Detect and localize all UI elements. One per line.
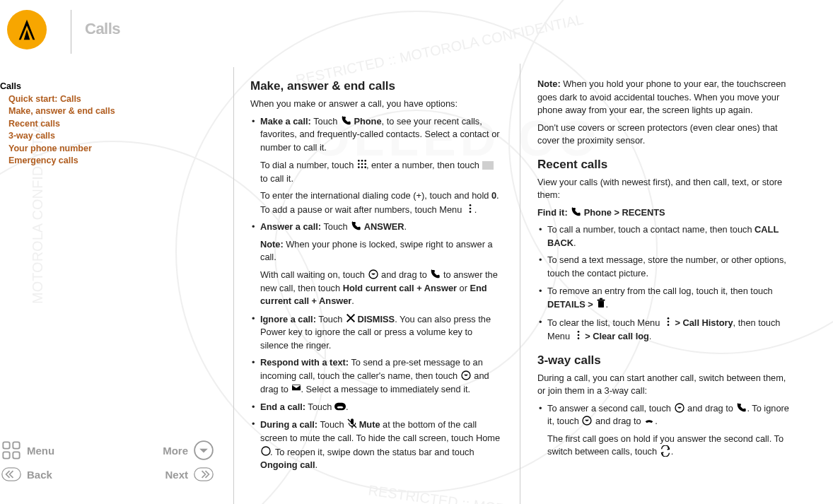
svg-point-38 xyxy=(668,317,670,320)
ring-handle-icon xyxy=(368,269,379,280)
svg-point-26 xyxy=(469,211,471,213)
swap-icon xyxy=(660,445,671,457)
intl-para: To enter the international dialing code … xyxy=(250,189,503,216)
heading-3way: 3-way calls xyxy=(537,353,789,368)
recent-bullet-callback: To call a number, touch a contact name, … xyxy=(537,223,789,250)
recent-bullet-clear: To clear the list, touch Menu > Call His… xyxy=(537,316,789,344)
svg-rect-37 xyxy=(600,298,602,300)
svg-point-21 xyxy=(358,167,360,169)
recent-bullet-text: To send a text message, store the number… xyxy=(537,254,789,280)
menu-grid-icon[interactable] xyxy=(1,440,21,460)
svg-point-25 xyxy=(469,207,471,209)
find-it: Find it: Phone > RECENTS xyxy=(537,206,789,220)
nav-3way-calls[interactable]: 3-way calls xyxy=(0,130,205,143)
bullet-make-call: Make a call: Touch Phone, to see your re… xyxy=(250,115,503,155)
3way-intro: During a call, you can start another cal… xyxy=(537,372,789,398)
svg-point-41 xyxy=(577,331,579,333)
recent-bullet-remove: To remove an entry from the call log, to… xyxy=(537,285,789,312)
svg-rect-13 xyxy=(2,468,21,481)
main-content: Make, answer & end calls When you make o… xyxy=(233,64,833,504)
phone-icon xyxy=(350,221,361,232)
3way-switch: The first call goes on hold if you answe… xyxy=(537,433,789,459)
svg-point-40 xyxy=(668,324,670,326)
svg-rect-11 xyxy=(13,452,19,458)
message-icon xyxy=(291,382,301,392)
bullet-during-call: During a call: Touch Mute at the bottom … xyxy=(250,418,503,471)
svg-point-16 xyxy=(361,160,363,162)
menu-label[interactable]: Menu xyxy=(27,445,54,457)
svg-point-15 xyxy=(358,160,360,162)
trash-icon xyxy=(595,298,605,307)
3way-bullet-answer: To answer a second call, touch and drag … xyxy=(537,402,789,428)
svg-point-24 xyxy=(469,204,471,206)
ring-handle-icon xyxy=(674,402,685,414)
sidebar-nav: Calls Quick start: Calls Make, answer & … xyxy=(0,81,205,168)
svg-rect-35 xyxy=(598,301,604,307)
next-icon[interactable] xyxy=(194,464,214,484)
phone-icon xyxy=(429,269,441,280)
next-label[interactable]: Next xyxy=(165,469,188,481)
menu-dots-icon xyxy=(663,316,672,326)
svg-point-34 xyxy=(262,447,270,455)
more-chevron-icon[interactable] xyxy=(194,440,214,460)
page-title: Calls xyxy=(85,20,120,38)
nav-make-answer-end[interactable]: Make, answer & end calls xyxy=(0,105,205,118)
phone-icon xyxy=(340,115,351,127)
bullet-answer-call: Answer a call: Touch ANSWER. xyxy=(250,221,503,234)
bullet-ignore-call: Ignore a call: Touch DISMISS. You can al… xyxy=(250,312,503,353)
x-icon xyxy=(345,312,355,322)
column-2: Note: When you hold your phone to your e… xyxy=(520,64,806,504)
dial-para: To dial a number, touch , enter a number… xyxy=(250,158,503,185)
svg-point-39 xyxy=(668,320,670,322)
recent-intro: View your calls (with newest first), and… xyxy=(537,176,789,202)
covers-note: Don't use covers or screen protectors (e… xyxy=(537,122,789,148)
phone-icon xyxy=(735,402,747,414)
end-call-icon xyxy=(643,415,655,426)
heading-recent-calls: Recent calls xyxy=(537,158,789,172)
bullet-end-call: End a call: Touch . xyxy=(250,401,503,414)
nav-calls[interactable]: Calls xyxy=(0,81,205,93)
svg-rect-36 xyxy=(598,300,605,301)
ring-handle-icon xyxy=(581,415,593,426)
svg-rect-14 xyxy=(194,468,213,481)
svg-rect-9 xyxy=(13,442,19,448)
nav-your-phone-number[interactable]: Your phone number xyxy=(0,143,205,156)
motorola-logo xyxy=(7,10,47,49)
svg-point-18 xyxy=(358,163,360,165)
svg-point-19 xyxy=(361,163,363,165)
dialpad-icon xyxy=(356,158,366,168)
column-1: Make, answer & end calls When you make o… xyxy=(233,64,520,504)
phone-icon xyxy=(570,206,581,218)
svg-rect-8 xyxy=(3,442,9,448)
end-call-icon xyxy=(334,401,346,412)
call-box-icon xyxy=(482,161,494,170)
back-icon[interactable] xyxy=(1,464,21,484)
call-waiting-para: With call waiting on, touch and drag to … xyxy=(250,269,503,308)
svg-point-22 xyxy=(361,167,363,169)
nav-quick-start[interactable]: Quick start: Calls xyxy=(0,93,205,106)
back-label[interactable]: Back xyxy=(27,469,52,481)
home-icon xyxy=(260,445,270,455)
ear-note: Note: When you hold your phone to your e… xyxy=(537,78,789,117)
svg-point-42 xyxy=(577,334,579,336)
bottom-nav: Menu More Back Next xyxy=(1,436,214,484)
nav-recent-calls[interactable]: Recent calls xyxy=(0,118,205,131)
svg-rect-10 xyxy=(3,452,9,458)
intro-para: When you make or answer a call, you have… xyxy=(250,98,503,111)
bullet-respond-text: Respond with a text: To send a pre-set m… xyxy=(250,356,503,397)
menu-dots-icon xyxy=(573,329,583,339)
title-divider xyxy=(71,10,71,54)
note-locked: Note: When your phone is locked, swipe r… xyxy=(250,238,503,264)
nav-emergency-calls[interactable]: Emergency calls xyxy=(0,155,205,168)
heading-make-answer-end: Make, answer & end calls xyxy=(250,79,503,93)
more-label[interactable]: More xyxy=(163,445,188,457)
mute-mic-icon xyxy=(346,418,356,428)
svg-point-43 xyxy=(577,338,579,340)
ring-handle-icon xyxy=(460,370,472,381)
menu-dots-icon xyxy=(465,203,474,213)
